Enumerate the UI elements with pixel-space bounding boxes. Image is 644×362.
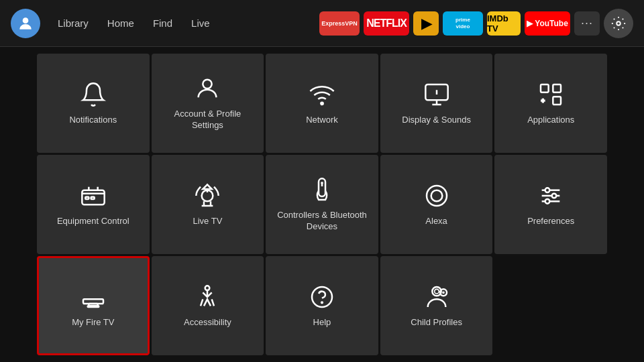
grid-item-applications[interactable]: Applications [494,54,607,153]
grid-item-my-fire-tv[interactable]: My Fire TV [37,256,150,355]
top-navigation: Library Home Find Live ExpressVPN NETFLI… [0,0,644,47]
help-label: Help [313,317,331,328]
svg-point-25 [312,287,332,307]
grid-item-child-profiles[interactable]: Child Profiles [380,256,493,355]
alexa-label: Alexa [425,216,447,227]
svg-rect-6 [553,84,561,93]
svg-point-0 [23,17,29,23]
controllers-label: Controllers & Bluetooth Devices [272,210,372,233]
display-label: Display & Sounds [402,115,471,126]
svg-rect-12 [319,178,325,196]
svg-rect-9 [85,196,89,198]
grid-item-controllers[interactable]: Controllers & Bluetooth Devices [266,155,378,254]
app-shortcuts: ExpressVPN NETFLIX ▶ primevideo IMDb TV … [319,9,633,38]
network-label: Network [306,115,338,126]
applications-label: Applications [527,115,574,126]
svg-point-13 [427,186,447,206]
svg-point-14 [431,190,442,201]
settings-grid: Notifications Account & Profile Settings… [0,47,644,362]
app-netflix[interactable]: NETFLIX [364,11,409,36]
equipment-label: Equipment Control [57,216,129,227]
nav-links: Library Home Find Live [50,13,218,33]
svg-point-24 [205,286,210,290]
svg-rect-5 [541,84,549,93]
preferences-label: Preferences [527,216,574,227]
my-fire-tv-label: My Fire TV [72,317,114,328]
grid-item-empty [494,256,607,355]
live-tv-label: Live TV [193,216,222,227]
grid-item-accessibility[interactable]: Accessibility [152,256,264,355]
svg-rect-23 [87,306,99,307]
grid-item-equipment[interactable]: Equipment Control [37,155,150,254]
nav-find[interactable]: Find [145,13,180,33]
grid-item-display[interactable]: Display & Sounds [380,54,493,153]
svg-point-28 [434,289,439,294]
app-expressvpn[interactable]: ExpressVPN [319,11,360,36]
notifications-label: Notifications [69,115,117,126]
grid-item-help[interactable]: Help [266,256,378,355]
nav-live[interactable]: Live [183,13,218,33]
svg-point-2 [203,80,212,88]
svg-point-26 [321,302,323,303]
app-prime[interactable]: primevideo [443,11,483,36]
more-apps-button[interactable]: ··· [574,11,600,36]
grid-item-alexa[interactable]: Alexa [380,155,493,254]
accessibility-label: Accessibility [184,317,231,328]
grid-item-notifications[interactable]: Notifications [37,54,150,153]
user-avatar[interactable] [11,9,40,38]
nav-library[interactable]: Library [50,13,97,33]
grid-item-live-tv[interactable]: Live TV [152,155,264,254]
account-label: Account & Profile Settings [158,109,258,131]
svg-rect-10 [91,196,94,198]
svg-point-1 [616,21,621,25]
svg-point-19 [552,193,557,198]
child-profiles-label: Child Profiles [411,317,462,328]
svg-point-20 [545,199,550,204]
svg-point-18 [545,188,550,192]
grid-item-account[interactable]: Account & Profile Settings [152,54,264,153]
svg-rect-7 [553,97,561,105]
grid-item-network[interactable]: Network [266,54,378,153]
app-youtube[interactable]: ▶ YouTube [525,11,570,36]
settings-button[interactable] [604,9,633,38]
app-imdb[interactable]: IMDb TV [487,11,521,36]
svg-point-3 [321,102,323,104]
app-plex[interactable]: ▶ [413,11,439,36]
nav-home[interactable]: Home [99,13,142,33]
grid-item-preferences[interactable]: Preferences [494,155,607,254]
